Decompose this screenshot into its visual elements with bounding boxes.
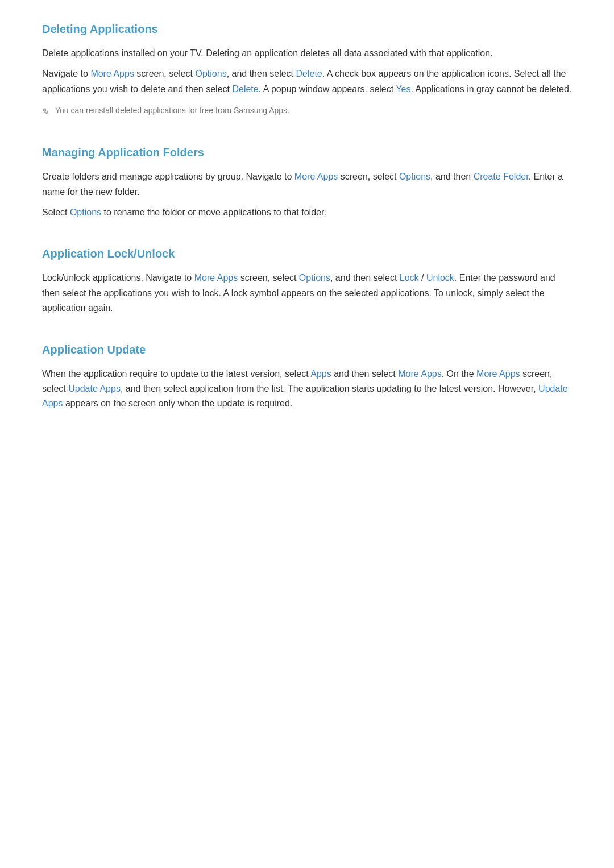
section-application-update: Application UpdateWhen the application r… [42,343,572,412]
link-update-apps[interactable]: Update Apps [68,384,121,393]
link-delete[interactable]: Delete [232,84,258,94]
link-delete[interactable]: Delete [296,69,322,78]
section-managing-application-folders: Managing Application FoldersCreate folde… [42,146,572,220]
link-yes[interactable]: Yes [396,84,410,94]
link-unlock[interactable]: Unlock [426,273,454,283]
page-content: Deleting ApplicationsDelete applications… [42,23,572,412]
section-title-managing-application-folders: Managing Application Folders [42,146,572,159]
pencil-icon: ✎ [42,105,49,119]
link-options[interactable]: Options [299,273,330,283]
link-apps[interactable]: Apps [310,369,331,379]
paragraph-application-update-0: When the application require to update t… [42,367,572,412]
paragraph-application-lock-unlock-0: Lock/unlock applications. Navigate to Mo… [42,271,572,315]
link-more-apps[interactable]: More Apps [398,369,441,379]
link-more-apps[interactable]: More Apps [90,69,134,78]
paragraph-managing-application-folders-0: Create folders and manage applications b… [42,169,572,200]
link-options[interactable]: Options [70,207,101,217]
section-body-application-lock-unlock: Lock/unlock applications. Navigate to Mo… [42,271,572,315]
section-deleting-applications: Deleting ApplicationsDelete applications… [42,23,572,119]
link-create-folder[interactable]: Create Folder [474,172,529,181]
section-body-managing-application-folders: Create folders and manage applications b… [42,169,572,220]
link-more-apps[interactable]: More Apps [476,369,520,379]
section-title-application-update: Application Update [42,343,572,356]
section-body-application-update: When the application require to update t… [42,367,572,412]
link-update-apps[interactable]: Update Apps [42,384,568,408]
section-body-deleting-applications: Delete applications installed on your TV… [42,46,572,119]
note-deleting-applications: ✎You can reinstall deleted applications … [42,105,572,119]
link-options[interactable]: Options [195,69,226,78]
link-more-apps[interactable]: More Apps [294,172,338,181]
section-title-application-lock-unlock: Application Lock/Unlock [42,247,572,260]
note-text: You can reinstall deleted applications f… [55,105,289,117]
link-lock[interactable]: Lock [400,273,419,283]
link-more-apps[interactable]: More Apps [194,273,238,283]
paragraph-deleting-applications-0: Delete applications installed on your TV… [42,46,572,61]
link-options[interactable]: Options [399,172,430,181]
paragraph-deleting-applications-1: Navigate to More Apps screen, select Opt… [42,67,572,97]
section-title-deleting-applications: Deleting Applications [42,23,572,36]
section-application-lock-unlock: Application Lock/UnlockLock/unlock appli… [42,247,572,315]
paragraph-managing-application-folders-1: Select Options to rename the folder or m… [42,205,572,220]
